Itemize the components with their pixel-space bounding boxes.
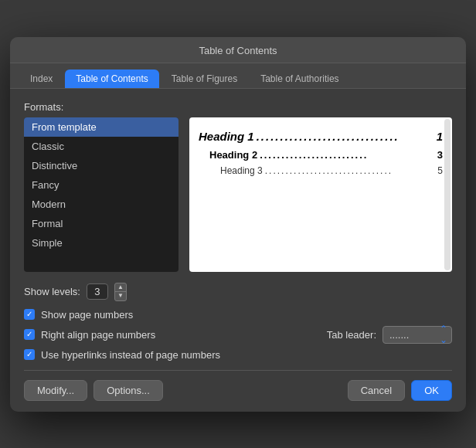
preview-h1-page: 1 [437,130,443,143]
tab-tof[interactable]: Table of Figures [161,70,248,88]
right-align-label: Right align page numbers [41,329,155,341]
show-levels-value: 3 [87,283,108,300]
preview-h2-page: 3 [437,149,443,161]
preview-heading1: Heading 1 ..............................… [199,130,443,143]
bottom-row: Modify... Options... Cancel OK [24,380,452,401]
divider [24,370,452,371]
modify-button[interactable]: Modify... [24,380,87,401]
content-area: Formats: From template Classic Distincti… [10,89,466,412]
preview-h3-page: 5 [437,165,443,176]
show-levels-label: Show levels: [24,286,80,297]
format-item-modern[interactable]: Modern [24,195,178,214]
tab-toc[interactable]: Table of Contents [65,70,158,88]
format-item-formal[interactable]: Formal [24,214,178,233]
show-levels-row: Show levels: 3 ▲ ▼ [24,283,452,301]
checkbox-hyperlinks: ✓ Use hyperlinks instead of page numbers [24,349,452,361]
bottom-buttons-left: Modify... Options... [24,380,163,401]
preview-h1-dots: .............................. [254,130,437,143]
dialog-title: Table of Contents [10,37,466,63]
stepper-down-icon[interactable]: ▼ [115,292,126,300]
checkbox-show-page-numbers: ✓ Show page numbers [24,309,452,321]
preview-h2-dots: ......................... [257,149,437,161]
checkmark-icon: ✓ [26,331,32,338]
tab-toa[interactable]: Table of Authorities [250,70,349,88]
checkbox-right-align: ✓ Right align page numbers Tab leader: .… [24,326,452,344]
preview-h2-text: Heading 2 [209,149,257,161]
checkmark-icon: ✓ [26,311,32,318]
formats-list: From template Classic Distinctive Fancy … [24,117,178,272]
preview-h3-text: Heading 3 [220,165,263,176]
formats-label: Formats: [24,101,452,113]
tab-leader-wrapper: ....... ------ ______ (none) ⌃⌄ [382,326,452,344]
show-page-numbers-label: Show page numbers [41,309,133,321]
tab-leader-select[interactable]: ....... ------ ______ (none) [382,326,452,344]
preview-heading2: Heading 2 ......................... 3 [209,149,443,161]
show-levels-stepper[interactable]: ▲ ▼ [114,283,127,301]
preview-h3-dots: ............................... [263,165,438,176]
dialog: Table of Contents Index Table of Content… [10,37,466,412]
format-item-fancy[interactable]: Fancy [24,175,178,195]
checkboxes-area: ✓ Show page numbers ✓ Right align page n… [24,309,452,361]
right-align-checkbox[interactable]: ✓ [24,329,35,340]
preview-scrollbar[interactable] [444,119,450,270]
tab-index[interactable]: Index [19,70,63,88]
format-item-simple[interactable]: Simple [24,233,178,253]
checkmark-icon: ✓ [26,351,32,358]
show-page-numbers-checkbox[interactable]: ✓ [24,309,35,320]
stepper-up-icon[interactable]: ▲ [115,283,126,293]
format-item-classic[interactable]: Classic [24,137,178,156]
preview-heading3: Heading 3 ..............................… [220,165,443,176]
cancel-button[interactable]: Cancel [348,380,405,401]
preview-h1-text: Heading 1 [199,130,254,143]
ok-button[interactable]: OK [411,380,452,401]
main-area: From template Classic Distinctive Fancy … [24,117,452,272]
hyperlinks-label: Use hyperlinks instead of page numbers [41,349,220,361]
preview-box: Heading 1 ..............................… [189,117,452,272]
tab-leader-label: Tab leader: [327,329,376,341]
tab-bar: Index Table of Contents Table of Figures… [10,63,466,89]
options-button[interactable]: Options... [94,380,163,401]
format-item-from-template[interactable]: From template [24,117,178,137]
hyperlinks-checkbox[interactable]: ✓ [24,349,35,360]
format-item-distinctive[interactable]: Distinctive [24,156,178,175]
bottom-buttons-right: Cancel OK [348,380,452,401]
